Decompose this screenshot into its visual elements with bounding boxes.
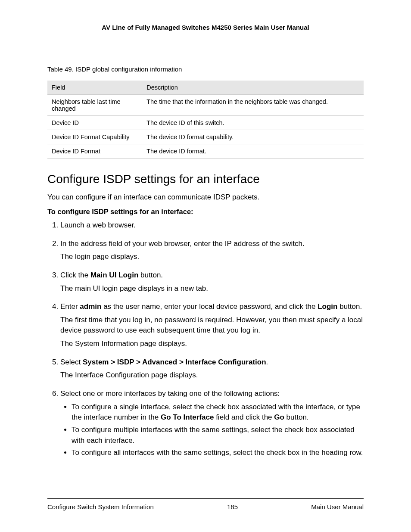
step-text: Click the Main UI Login button. <box>60 271 163 279</box>
step-subtext: The main UI login page displays in a new… <box>60 283 364 294</box>
bullet-item: To configure all interfaces with the sam… <box>72 448 364 458</box>
footer-page-number: 185 <box>227 503 238 510</box>
cell-desc: The device ID format capability. <box>142 130 364 144</box>
footer-right: Main User Manual <box>311 503 364 510</box>
document-page: AV Line of Fully Managed Switches M4250 … <box>0 0 411 532</box>
step-item: Click the Main UI Login button. The main… <box>60 270 364 294</box>
cell-desc: The time that the information in the nei… <box>142 95 364 116</box>
steps-title: To configure ISDP settings for an interf… <box>47 208 364 216</box>
footer-left: Configure Switch System Information <box>47 503 154 510</box>
bullet-item: To configure multiple interfaces with th… <box>72 425 364 446</box>
bullet-list: To configure a single interface, select … <box>60 402 364 458</box>
steps-list: Launch a web browser. In the address fie… <box>47 220 364 458</box>
col-field: Field <box>47 81 142 95</box>
step-item: Enter admin as the user name, enter your… <box>60 302 364 349</box>
document-header: AV Line of Fully Managed Switches M4250 … <box>47 24 364 31</box>
step-item: Select System > ISDP > Advanced > Interf… <box>60 357 364 381</box>
cell-field: Device ID <box>47 116 142 130</box>
cell-field: Device ID Format <box>47 144 142 159</box>
table-row: Device ID Format Capability The device I… <box>47 130 364 144</box>
step-text: Launch a web browser. <box>60 221 136 229</box>
cell-desc: The device ID format. <box>142 144 364 159</box>
step-item: Select one or more interfaces by taking … <box>60 389 364 458</box>
table-header-row: Field Description <box>47 81 364 95</box>
cell-field: Device ID Format Capability <box>47 130 142 144</box>
step-text: In the address field of your web browser… <box>60 240 305 248</box>
step-subtext: The Interface Configuration page display… <box>60 370 364 381</box>
section-heading: Configure ISDP settings for an interface <box>47 172 364 186</box>
table-row: Device ID The device ID of this switch. <box>47 116 364 130</box>
table-caption: Table 49. ISDP global configuration info… <box>47 65 364 73</box>
cell-desc: The device ID of this switch. <box>142 116 364 130</box>
section-intro: You can configure if an interface can co… <box>47 193 364 202</box>
step-subtext: The login page displays. <box>60 252 364 262</box>
step-text: Select one or more interfaces by taking … <box>60 389 280 398</box>
config-table: Field Description Neighbors table last t… <box>47 81 364 159</box>
step-text: Enter admin as the user name, enter your… <box>60 302 362 311</box>
cell-field: Neighbors table last time changed <box>47 95 142 116</box>
col-description: Description <box>142 81 364 95</box>
table-row: Neighbors table last time changed The ti… <box>47 95 364 116</box>
step-text: Select System > ISDP > Advanced > Interf… <box>60 358 268 366</box>
table-row: Device ID Format The device ID format. <box>47 144 364 159</box>
page-footer: Configure Switch System Information 185 … <box>47 498 364 510</box>
step-item: In the address field of your web browser… <box>60 239 364 262</box>
step-subtext: The System Information page displays. <box>60 339 364 349</box>
step-subtext: The first time that you log in, no passw… <box>60 315 364 336</box>
step-item: Launch a web browser. <box>60 220 364 231</box>
bullet-item: To configure a single interface, select … <box>72 402 364 423</box>
